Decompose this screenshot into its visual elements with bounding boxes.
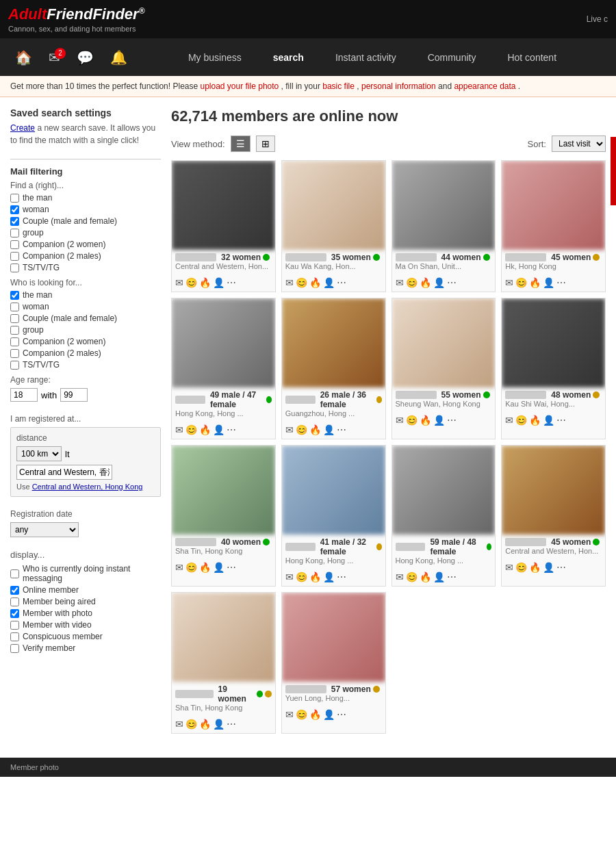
smile-action[interactable]: 😊 [515,415,527,426]
nav-instant-activity[interactable]: Instant activity [330,49,402,66]
card-2[interactable]: 35 women Kau Wa Kang, Hon... ✉ 😊 🔥 👤 ⋯ [281,160,386,292]
smile-action[interactable]: 😊 [185,277,197,288]
more-action[interactable]: ⋯ [447,415,457,426]
card-7[interactable]: 55 women Sheung Wan, Hong Kong ✉ 😊 🔥 👤 ⋯ [392,298,496,439]
friend-action[interactable]: 👤 [543,277,554,288]
hot-action[interactable]: 🔥 [199,719,211,730]
more-action[interactable]: ⋯ [227,562,236,573]
disp-photo-checkbox[interactable] [10,609,19,618]
mail-action[interactable]: ✉ [175,424,183,435]
view-list-btn[interactable]: ☰ [231,136,251,152]
age-min-input[interactable] [10,388,38,402]
mail-action[interactable]: ✉ [396,277,404,288]
smile-action[interactable]: 😊 [406,571,418,582]
distance-select[interactable]: 100 km 50 km 200 km [16,446,62,461]
find-ts-checkbox[interactable] [10,264,19,272]
distance-location-input[interactable] [16,465,112,480]
more-action[interactable]: ⋯ [227,719,236,730]
smile-action[interactable]: 😊 [296,709,307,720]
card-14[interactable]: 57 women Yuen Long, Hong... ✉ 😊 🔥 👤 ⋯ [281,592,386,734]
hot-action[interactable]: 🔥 [199,277,211,288]
card-4[interactable]: 45 women Hk, Hong Kong ✉ 😊 🔥 👤 ⋯ [501,160,606,292]
card-1[interactable]: 32 women Central and Western, Hon... ✉ 😊… [171,160,276,292]
hot-action[interactable]: 🔥 [529,562,541,573]
disp-conspicuous-checkbox[interactable] [10,632,19,641]
card-10[interactable]: 41 male / 32 female Hong Kong, Hong ... … [281,445,386,587]
disp-aired-checkbox[interactable] [10,598,19,606]
hot-action[interactable]: 🔥 [199,424,211,435]
more-action[interactable]: ⋯ [556,415,566,426]
hot-action[interactable]: 🔥 [309,709,321,720]
card-3[interactable]: 44 women Ma On Shan, Unit... ✉ 😊 🔥 👤 ⋯ [392,160,496,292]
hot-action[interactable]: 🔥 [309,571,321,582]
home-icon[interactable]: 🏠 [7,49,40,66]
mail-action[interactable]: ✉ [396,415,404,426]
find-the-man-checkbox[interactable] [10,194,19,203]
card-6[interactable]: 26 male / 36 female Guangzhou, Hong ... … [281,298,386,439]
card-9[interactable]: 40 women Sha Tin, Hong Kong ✉ 😊 🔥 👤 ⋯ [171,445,276,587]
who-companion-males-checkbox[interactable] [10,349,19,358]
more-action[interactable]: ⋯ [337,277,346,288]
smile-action[interactable]: 😊 [515,277,527,288]
friend-action[interactable]: 👤 [213,277,224,288]
friend-action[interactable]: 👤 [323,709,335,720]
hot-action[interactable]: 🔥 [420,571,431,582]
mail-action[interactable]: ✉ [285,424,294,435]
smile-action[interactable]: 😊 [515,562,527,573]
friend-action[interactable]: 👤 [323,571,335,582]
mail-action[interactable]: ✉ [285,709,294,720]
find-woman-checkbox[interactable] [10,205,19,214]
disp-verify-checkbox[interactable] [10,644,19,653]
mail-action[interactable]: ✉ [175,719,183,730]
alert-link-personal[interactable]: personal information [361,81,436,91]
friend-action[interactable]: 👤 [323,424,335,435]
create-search-link[interactable]: Create [10,123,35,133]
smile-action[interactable]: 😊 [296,277,307,288]
disp-instant-checkbox[interactable] [10,569,19,578]
smile-action[interactable]: 😊 [296,424,307,435]
mail-action[interactable]: ✉ [175,277,183,288]
alert-link-appearance[interactable]: appearance data [454,81,515,91]
reg-date-select[interactable]: any last week last month [10,522,79,537]
who-companion-women-checkbox[interactable] [10,337,19,346]
mail-action[interactable]: ✉ [396,571,404,582]
view-grid-btn[interactable]: ⊞ [256,136,275,152]
nav-hot-content[interactable]: Hot content [502,49,562,66]
more-action[interactable]: ⋯ [337,424,346,435]
nav-community[interactable]: Community [422,49,482,66]
more-action[interactable]: ⋯ [227,424,236,435]
smile-action[interactable]: 😊 [406,415,418,426]
hot-action[interactable]: 🔥 [420,277,431,288]
find-companion-males-checkbox[interactable] [10,252,19,261]
mail-action[interactable]: ✉ [505,562,513,573]
mail-action[interactable]: ✉ [505,415,513,426]
scroll-indicator[interactable] [611,137,616,205]
mail-action[interactable]: ✉ [285,571,294,582]
card-5[interactable]: 49 male / 47 female Hong Kong, Hong ... … [171,298,276,439]
friend-action[interactable]: 👤 [433,415,445,426]
friend-action[interactable]: 👤 [543,562,554,573]
alert-link-basic[interactable]: basic file [322,81,355,91]
sort-select[interactable]: Last visit Newest Distance Age [552,136,606,152]
mail-action[interactable]: ✉ [175,562,183,573]
more-action[interactable]: ⋯ [556,562,566,573]
nav-search[interactable]: search [268,49,309,66]
friend-action[interactable]: 👤 [323,277,335,288]
friend-action[interactable]: 👤 [213,719,224,730]
card-8[interactable]: 48 women Kau Shi Wai, Hong... ✉ 😊 🔥 👤 ⋯ [501,298,606,439]
find-group-checkbox[interactable] [10,229,19,237]
hot-action[interactable]: 🔥 [529,415,541,426]
smile-action[interactable]: 😊 [185,719,197,730]
who-woman-checkbox[interactable] [10,303,19,311]
friend-action[interactable]: 👤 [213,424,224,435]
hot-action[interactable]: 🔥 [529,277,541,288]
age-max-input[interactable] [60,388,88,402]
disp-video-checkbox[interactable] [10,621,19,630]
more-action[interactable]: ⋯ [447,277,457,288]
mail-action[interactable]: ✉ [285,277,294,288]
hot-action[interactable]: 🔥 [309,277,321,288]
smile-action[interactable]: 😊 [406,277,418,288]
hot-action[interactable]: 🔥 [420,415,431,426]
friend-action[interactable]: 👤 [543,415,554,426]
card-13[interactable]: 19 women Sha Tin, Hong Kong ✉ 😊 🔥 👤 ⋯ [171,592,276,734]
